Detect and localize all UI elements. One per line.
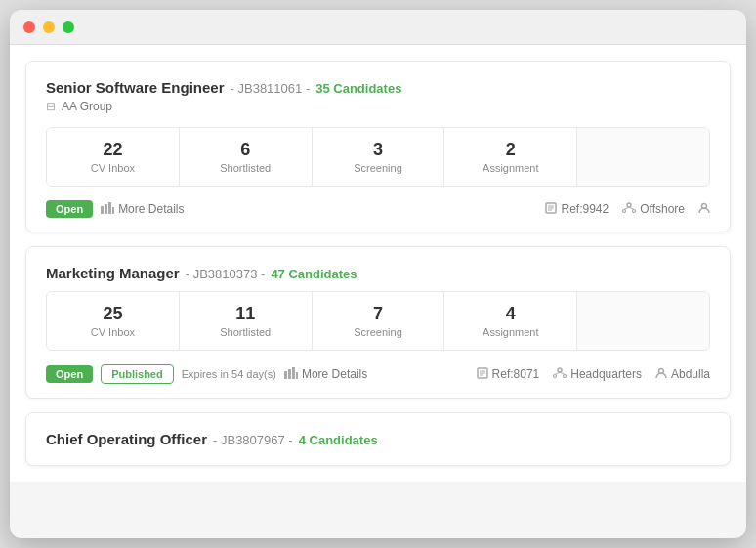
stat-number: 2 xyxy=(452,140,568,160)
user-icon xyxy=(698,202,710,217)
ref-icon xyxy=(545,202,557,217)
building-icon: ⊟ xyxy=(46,100,56,113)
ref-text: Ref:8071 xyxy=(492,367,540,381)
stat-number: 7 xyxy=(320,304,437,324)
job-candidates-link[interactable]: 4 Candidates xyxy=(299,433,378,447)
stats-row: 22CV Inbox6Shortlisted3Screening2Assignm… xyxy=(46,127,710,187)
stat-cell-1[interactable]: 22CV Inbox xyxy=(47,128,180,186)
stat-cell-5 xyxy=(577,128,709,186)
status-badge[interactable]: Open xyxy=(46,200,93,218)
assignee-item: Abdulla xyxy=(655,367,710,382)
svg-rect-0 xyxy=(101,206,104,214)
ref-item: Ref:9942 xyxy=(545,202,609,217)
svg-point-8 xyxy=(627,203,631,207)
svg-line-12 xyxy=(629,207,634,210)
ref-item: Ref:8071 xyxy=(477,367,540,382)
action-row: OpenPublishedExpires in 54 day(s)More De… xyxy=(46,364,710,384)
job-card-1: Senior Software Engineer- JB3811061 -35 … xyxy=(25,61,731,232)
location-text: Headquarters xyxy=(570,367,642,381)
svg-rect-16 xyxy=(292,367,295,379)
job-candidates-link[interactable]: 47 Candidates xyxy=(271,267,357,281)
stat-label: CV Inbox xyxy=(55,326,171,338)
svg-line-26 xyxy=(560,372,565,375)
left-actions: OpenPublishedExpires in 54 day(s)More De… xyxy=(46,364,367,384)
stat-label: Shortlisted xyxy=(188,326,304,338)
close-button[interactable] xyxy=(23,21,35,33)
stat-number: 3 xyxy=(320,140,437,160)
left-actions: OpenMore Details xyxy=(46,200,184,218)
minimize-button[interactable] xyxy=(43,21,55,33)
published-badge[interactable]: Published xyxy=(101,364,174,384)
more-details-label: More Details xyxy=(302,367,367,381)
job-id: - JB3810373 - xyxy=(186,267,266,281)
ref-icon xyxy=(477,367,488,382)
right-meta: Ref:9942Offshore xyxy=(545,202,710,217)
svg-point-23 xyxy=(554,374,557,377)
stat-number: 11 xyxy=(188,304,304,324)
svg-rect-2 xyxy=(108,202,111,214)
svg-rect-17 xyxy=(296,372,298,379)
job-id: - JB3811061 - xyxy=(231,81,311,96)
bar-chart-icon xyxy=(101,202,114,217)
svg-point-24 xyxy=(564,374,567,377)
maximize-button[interactable] xyxy=(63,21,74,33)
stats-row: 25CV Inbox11Shortlisted7Screening4Assign… xyxy=(46,291,710,351)
svg-line-11 xyxy=(624,207,629,210)
job-title: Marketing Manager xyxy=(46,265,180,281)
stat-label: Shortlisted xyxy=(188,162,304,174)
stat-number: 4 xyxy=(452,304,568,324)
title-bar xyxy=(10,10,746,45)
more-details-button[interactable]: More Details xyxy=(284,367,367,382)
svg-point-9 xyxy=(623,209,626,212)
status-badge[interactable]: Open xyxy=(46,365,93,383)
job-id: - JB3807967 - xyxy=(213,433,293,447)
stat-cell-3[interactable]: 3Screening xyxy=(313,128,445,186)
job-title-row: Senior Software Engineer- JB3811061 -35 … xyxy=(46,79,710,96)
ref-text: Ref:9942 xyxy=(561,202,609,216)
stat-number: 22 xyxy=(55,140,171,160)
stat-label: Assignment xyxy=(452,326,568,338)
svg-rect-14 xyxy=(284,371,287,379)
job-card-2: Marketing Manager- JB3810373 -47 Candida… xyxy=(25,246,731,399)
job-title: Chief Operating Officer xyxy=(46,431,207,447)
more-details-label: More Details xyxy=(118,202,184,216)
stat-cell-2[interactable]: 6Shortlisted xyxy=(180,128,313,186)
svg-line-25 xyxy=(555,372,560,375)
assignee-item xyxy=(698,202,710,217)
job-company-row: ⊟AA Group xyxy=(46,100,710,113)
assignee-text: Abdulla xyxy=(671,367,710,381)
job-title-row: Chief Operating Officer- JB3807967 -4 Ca… xyxy=(46,431,710,447)
job-title: Senior Software Engineer xyxy=(46,79,225,96)
job-card-3: Chief Operating Officer- JB3807967 -4 Ca… xyxy=(25,412,731,466)
org-icon xyxy=(622,202,636,217)
job-title-row: Marketing Manager- JB3810373 -47 Candida… xyxy=(46,265,710,281)
stat-cell-2[interactable]: 11Shortlisted xyxy=(180,292,313,350)
job-candidates-link[interactable]: 35 Candidates xyxy=(315,81,401,96)
user-icon xyxy=(655,367,667,382)
main-content: Senior Software Engineer- JB3811061 -35 … xyxy=(10,45,746,482)
stat-label: Assignment xyxy=(452,162,568,174)
stat-label: CV Inbox xyxy=(55,162,171,174)
stat-cell-1[interactable]: 25CV Inbox xyxy=(47,292,180,350)
org-icon xyxy=(553,367,567,382)
company-name: AA Group xyxy=(62,100,112,113)
svg-rect-1 xyxy=(105,204,107,214)
location-text: Offshore xyxy=(640,202,685,216)
location-item: Headquarters xyxy=(553,367,642,382)
stat-label: Screening xyxy=(320,162,437,174)
more-details-button[interactable]: More Details xyxy=(101,202,184,217)
expires-text: Expires in 54 day(s) xyxy=(182,368,276,380)
bar-chart-icon xyxy=(284,367,298,382)
right-meta: Ref:8071HeadquartersAbdulla xyxy=(477,367,710,382)
location-item: Offshore xyxy=(622,202,685,217)
svg-point-10 xyxy=(633,209,636,212)
svg-point-22 xyxy=(558,368,562,372)
stat-label: Screening xyxy=(320,326,437,338)
action-row: OpenMore DetailsRef:9942Offshore xyxy=(46,200,710,218)
stat-cell-3[interactable]: 7Screening xyxy=(313,292,445,350)
stat-cell-4[interactable]: 4Assignment xyxy=(444,292,577,350)
svg-rect-15 xyxy=(288,369,291,379)
stat-cell-4[interactable]: 2Assignment xyxy=(444,128,577,186)
stat-number: 6 xyxy=(188,140,304,160)
svg-rect-3 xyxy=(112,207,114,214)
